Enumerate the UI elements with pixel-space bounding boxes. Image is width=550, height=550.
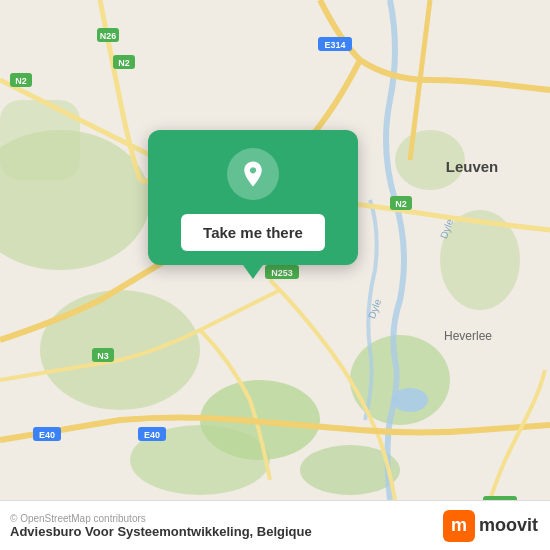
take-me-there-button[interactable]: Take me there [181, 214, 325, 251]
svg-point-10 [392, 388, 428, 412]
svg-text:N2: N2 [395, 199, 407, 209]
svg-text:N251: N251 [489, 499, 511, 500]
moovit-m-icon: m [443, 510, 475, 542]
svg-text:Heverlee: Heverlee [444, 329, 492, 343]
map-container: N26 N2 N2 E314 E314 N3 N253 N2 E40 E40 N… [0, 0, 550, 500]
svg-point-2 [40, 290, 200, 410]
footer-left: © OpenStreetMap contributors Adviesburo … [10, 513, 312, 539]
svg-text:N2: N2 [15, 76, 27, 86]
place-name: Adviesburo Voor Systeemontwikkeling, Bel… [10, 524, 312, 539]
location-icon-wrapper [227, 148, 279, 200]
svg-text:E40: E40 [144, 430, 160, 440]
svg-text:E40: E40 [39, 430, 55, 440]
svg-text:E314: E314 [324, 40, 345, 50]
svg-text:Leuven: Leuven [446, 158, 499, 175]
moovit-brand-text: moovit [479, 515, 538, 536]
attribution-text: © OpenStreetMap contributors [10, 513, 312, 524]
svg-text:N253: N253 [271, 268, 293, 278]
svg-text:N2: N2 [118, 58, 130, 68]
location-pin-icon [238, 159, 268, 189]
moovit-logo: m moovit [443, 510, 538, 542]
svg-text:N3: N3 [97, 351, 109, 361]
footer: © OpenStreetMap contributors Adviesburo … [0, 500, 550, 550]
svg-text:N26: N26 [100, 31, 117, 41]
popup-card: Take me there [148, 130, 358, 265]
